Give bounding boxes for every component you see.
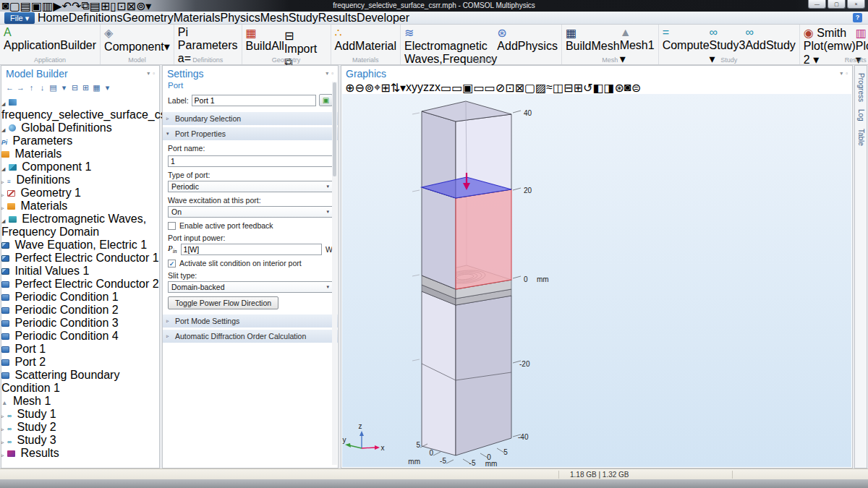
toolbar-icon[interactable]: ⊟ [563, 81, 573, 95]
tree-item[interactable]: ▹ ∞ Study 2 [1, 421, 159, 434]
toolbar-icon[interactable]: ▢ [524, 81, 535, 95]
toolbar-icon[interactable]: ⊜ [631, 81, 641, 95]
ribbon-tab[interactable]: Geometry [122, 12, 173, 25]
side-tab[interactable]: Table [857, 129, 865, 146]
lower-box-left-face[interactable] [422, 291, 456, 455]
ribbon-button[interactable]: ⊛ AddPhysics [497, 26, 558, 53]
toolbar-icon[interactable]: ⊖ [354, 81, 364, 95]
section-port-mode-settings[interactable]: ▹ Port Mode Settings [163, 314, 338, 328]
graphics-canvas[interactable]: 40 20 0 mm -20 -40 5 0 -5 mm [342, 94, 851, 467]
ribbon-small-button[interactable]: Pi Parameters [178, 26, 238, 52]
ribbon-button[interactable]: = Compute [663, 26, 710, 52]
tree-item[interactable]: Periodic Condition 4 [1, 330, 159, 343]
tree-expander[interactable]: ▹ [1, 427, 4, 432]
tree-expander[interactable]: ◢ [1, 166, 5, 171]
tree-item[interactable]: Periodic Condition 1 [1, 291, 159, 304]
tree-item[interactable]: ▹ ≡ Definitions [1, 174, 159, 187]
tree-expander[interactable]: ◢ [1, 218, 5, 223]
wave-excitation-select[interactable]: On ▾ [168, 206, 333, 218]
port-input-power-input[interactable] [181, 244, 323, 255]
tree-item[interactable]: Periodic Condition 2 [1, 304, 159, 317]
pin-icon[interactable]: ▫ [846, 70, 848, 77]
tree-item[interactable]: Wave Equation, Electric 1 [1, 239, 159, 252]
toolbar-icon[interactable]: ⊞ [573, 81, 582, 95]
toolbar-icon[interactable]: ⊠ [515, 81, 524, 95]
panel-menu-icon[interactable]: ▾ [326, 70, 328, 77]
tree-expander[interactable]: ▹ [1, 205, 4, 210]
tree-item[interactable]: ◢ Component 1 [1, 160, 159, 174]
ribbon-tab[interactable]: Materials [174, 12, 221, 25]
file-menu-button[interactable]: File ▾ [4, 12, 35, 24]
tree-item[interactable]: Perfect Electric Conductor 2 [1, 278, 159, 291]
toolbar-icon[interactable]: ▤ [48, 83, 59, 93]
tree-item[interactable]: ◢ Electromagnetic Waves, Frequency Domai… [1, 213, 159, 239]
side-tab[interactable]: Progress [857, 73, 865, 102]
ribbon-small-button[interactable]: ⊟ Import [284, 29, 327, 56]
tree-item[interactable]: ▹ ∞ Study 1 [1, 408, 159, 421]
tree-item[interactable]: Initial Values 1 [1, 265, 159, 278]
section-diffraction-order[interactable]: ▹ Automatic Diffraction Order Calculatio… [163, 330, 338, 343]
ribbon-tab[interactable]: Physics [221, 12, 260, 25]
toolbar-icon[interactable]: ▾ [400, 81, 406, 95]
help-button[interactable]: ? [853, 13, 862, 22]
toolbar-icon[interactable]: ▭ [485, 81, 495, 95]
tree-expander[interactable]: ▹ [1, 179, 4, 184]
active-port-feedback-checkbox[interactable] [168, 222, 176, 230]
pin-icon[interactable]: ▫ [331, 70, 333, 77]
ribbon-tab[interactable]: Home [38, 12, 69, 25]
toolbar-icon[interactable]: zx [429, 81, 441, 94]
side-tab[interactable]: Log [857, 109, 865, 121]
label-input[interactable] [192, 95, 316, 106]
toolbar-icon[interactable]: ◫ [553, 81, 563, 95]
tree-expander[interactable]: ▹ [1, 414, 4, 419]
tree-item[interactable]: Perfect Electric Conductor 1 [1, 252, 159, 265]
toolbar-icon[interactable]: ▦ [91, 83, 102, 93]
port-name-input[interactable] [168, 155, 333, 167]
toolbar-icon[interactable]: ◨ [603, 81, 614, 95]
toolbar-icon[interactable]: ↺ [583, 81, 592, 95]
toolbar-icon[interactable]: ▨ [535, 81, 546, 95]
settings-scrollbar[interactable] [332, 82, 337, 465]
toolbar-icon[interactable]: ▭ [473, 81, 484, 95]
tree-expander[interactable]: ▹ [1, 192, 4, 197]
tree-item[interactable]: Port 1 [1, 343, 159, 356]
slit-type-select[interactable]: Domain-backed ▾ [168, 281, 333, 293]
panel-menu-icon[interactable]: ▾ [840, 70, 843, 77]
window-control-button[interactable]: × [847, 0, 865, 9]
toolbar-icon[interactable]: ▾ [59, 83, 69, 93]
toolbar-icon[interactable]: ▭ [441, 81, 451, 95]
toolbar-icon[interactable]: ↑ [26, 83, 37, 92]
tree-item[interactable]: ◢ Global Definitions [1, 121, 159, 134]
section-port-properties[interactable]: ▾ Port Properties [163, 127, 338, 140]
window-control-button[interactable]: ▢ [827, 0, 846, 9]
lower-box-right-face[interactable] [456, 296, 511, 455]
ribbon-tab[interactable]: Study [289, 12, 318, 25]
tree-item[interactable]: Scattering Boundary Condition 1 [1, 369, 159, 395]
panel-menu-icon[interactable]: ▾ [147, 70, 150, 77]
ribbon-button[interactable]: ∴ AddMaterial [335, 26, 396, 53]
toolbar-icon[interactable]: ← [4, 83, 15, 92]
type-of-port-select[interactable]: Periodic ▾ [168, 181, 333, 192]
toolbar-icon[interactable]: ▾ [102, 83, 113, 93]
toggle-power-flow-button[interactable]: Toggle Power Flow Direction [168, 296, 278, 309]
toolbar-icon[interactable]: ⊡ [505, 81, 514, 95]
ribbon-tab[interactable]: Mesh [260, 12, 289, 25]
toolbar-icon[interactable]: ⊞ [380, 81, 390, 95]
toolbar-icon[interactable]: ⊛ [615, 81, 624, 95]
toolbar-icon[interactable]: ▣ [462, 81, 473, 95]
tree-item[interactable]: ▹ Results [1, 447, 159, 460]
tree-expander[interactable]: ◢ [1, 101, 5, 106]
tree-item[interactable]: Periodic Condition 3 [1, 317, 159, 330]
toolbar-icon[interactable]: ≈ [546, 81, 553, 94]
ribbon-tab[interactable]: Results [318, 12, 357, 25]
ribbon-button[interactable]: ∞ AddStudy [745, 26, 795, 52]
toolbar-icon[interactable]: ⊕ [345, 81, 354, 95]
tree-item[interactable]: Materials [1, 147, 159, 160]
toolbar-icon[interactable]: ⊟ [69, 83, 80, 93]
slit-face-highlight[interactable] [456, 189, 511, 289]
scrollbar-thumb[interactable] [333, 82, 336, 176]
middle-box-left-face[interactable] [422, 187, 456, 289]
ribbon-button[interactable]: A ApplicationBuilder [4, 26, 96, 52]
toolbar-icon[interactable]: xy [406, 81, 417, 94]
toolbar-icon[interactable]: yz [417, 81, 429, 94]
